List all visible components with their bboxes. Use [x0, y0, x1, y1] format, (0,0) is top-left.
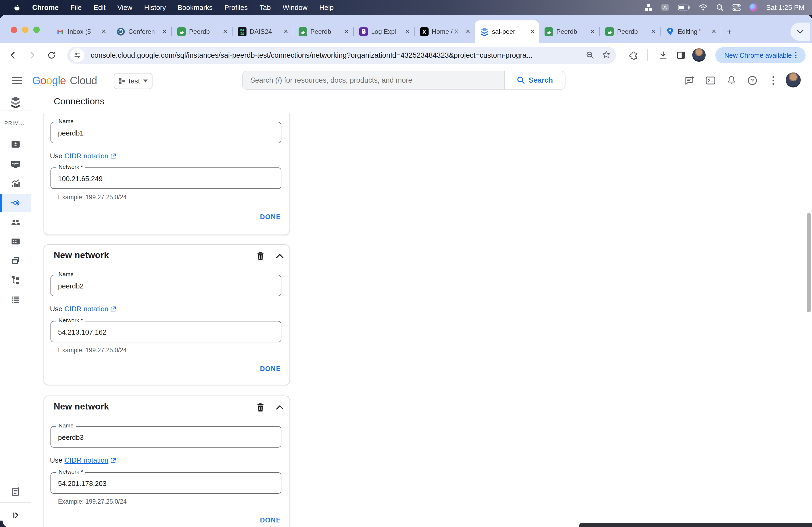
notifications-bell-icon[interactable] — [725, 74, 738, 87]
menu-bookmarks[interactable]: Bookmarks — [172, 0, 218, 15]
sidebar-item-replication[interactable] — [0, 271, 31, 289]
bookmark-star-icon[interactable] — [601, 49, 612, 60]
sidebar-item-connections[interactable] — [0, 194, 31, 212]
tab-dais[interactable]: DAIS DAIS24 ✕ — [233, 20, 293, 43]
wifi-icon[interactable] — [699, 4, 708, 11]
menu-app-name[interactable]: Chrome — [27, 0, 64, 15]
done-button[interactable]: DONE — [260, 365, 281, 373]
zoom-icon[interactable] — [585, 50, 596, 61]
tab-close-icon[interactable]: ✕ — [282, 28, 289, 35]
menu-clock[interactable]: Sat 1:25 PM — [766, 3, 804, 12]
site-settings-icon[interactable] — [70, 48, 84, 62]
tab-log-explorer[interactable]: Log Expl ✕ — [354, 20, 414, 43]
tab-close-icon[interactable]: ✕ — [465, 28, 472, 35]
done-button[interactable]: DONE — [260, 516, 281, 524]
menu-tab[interactable]: Tab — [254, 0, 276, 15]
menu-help[interactable]: Help — [314, 0, 339, 15]
tab-sai-peerdb-active[interactable]: sai-peer ✕ — [475, 20, 539, 43]
tab-close-icon[interactable]: ✕ — [100, 28, 107, 35]
reload-icon[interactable] — [45, 49, 58, 62]
sidebar-item-system-insights[interactable] — [0, 175, 31, 193]
extensions-icon[interactable] — [627, 49, 640, 62]
collapse-card-icon[interactable] — [273, 401, 286, 414]
browser-profile-avatar[interactable] — [692, 48, 706, 62]
tab-peerdb-1[interactable]: Peerdb ✕ — [172, 20, 232, 43]
network-input[interactable] — [51, 321, 281, 342]
tab-close-icon[interactable]: ✕ — [529, 28, 536, 35]
release-notes-button[interactable] — [0, 482, 31, 501]
name-input[interactable] — [51, 275, 281, 296]
tab-close-icon[interactable]: ✕ — [404, 28, 411, 35]
sidebar-item-users[interactable] — [0, 213, 31, 231]
siri-icon[interactable] — [750, 3, 757, 12]
console-search-button[interactable]: Search — [504, 71, 565, 89]
name-input[interactable] — [51, 122, 281, 143]
forward-icon[interactable] — [26, 49, 39, 62]
delete-network-icon[interactable] — [254, 401, 267, 414]
sidebar-item-overview[interactable] — [0, 135, 31, 153]
account-avatar[interactable] — [786, 73, 801, 88]
sidebar-item-observability[interactable] — [0, 155, 31, 174]
console-search-input[interactable] — [243, 76, 504, 85]
tab-x-home[interactable]: X Home / X ✕ — [415, 20, 475, 43]
tab-inbox[interactable]: Inbox (5 ✕ — [50, 20, 111, 43]
address-bar[interactable]: console.cloud.google.com/sql/instances/s… — [67, 47, 616, 64]
tab-close-icon[interactable]: ✕ — [222, 28, 229, 35]
hamburger-menu-icon[interactable] — [11, 74, 24, 87]
spotlight-icon[interactable] — [716, 4, 724, 11]
new-tab-button[interactable]: + — [721, 27, 737, 37]
zoom-window-button[interactable] — [33, 27, 40, 33]
help-icon[interactable]: ? — [746, 74, 759, 87]
project-selector[interactable]: test — [114, 73, 153, 89]
cloud-sql-logo-icon[interactable] — [9, 95, 22, 108]
done-button[interactable]: DONE — [260, 213, 281, 221]
sidebar-item-backups[interactable] — [0, 252, 31, 270]
network-input[interactable] — [51, 168, 281, 189]
cidr-notation-link[interactable]: CIDR notation — [64, 305, 116, 313]
cidr-notation-link[interactable]: CIDR notation — [64, 152, 116, 160]
tab-close-icon[interactable]: ✕ — [589, 28, 596, 35]
tab-editing[interactable]: Editing " ✕ — [661, 20, 721, 43]
menu-window[interactable]: Window — [277, 0, 313, 15]
menu-profiles[interactable]: Profiles — [219, 0, 253, 15]
tab-close-icon[interactable]: ✕ — [161, 28, 168, 35]
scrollbar-thumb[interactable] — [807, 213, 811, 312]
menu-edit[interactable]: Edit — [88, 0, 111, 15]
back-icon[interactable] — [6, 49, 19, 62]
collapse-card-icon[interactable] — [273, 250, 286, 262]
minimize-window-button[interactable] — [22, 27, 28, 33]
tab-peerdb-2[interactable]: Peerdb ✕ — [293, 20, 353, 43]
side-panel-icon[interactable] — [675, 49, 687, 62]
name-input[interactable] — [51, 427, 281, 447]
network-field-label: Network * — [56, 317, 85, 323]
tab-peerdb-4[interactable]: Peerdb ✕ — [600, 20, 660, 43]
battery-icon[interactable] — [678, 4, 690, 11]
display-grid-icon[interactable] — [645, 4, 652, 11]
tab-peerdb-3[interactable]: Peerdb ✕ — [539, 20, 599, 43]
cidr-notation-link[interactable]: CIDR notation — [64, 456, 116, 465]
delete-network-icon[interactable] — [254, 250, 267, 262]
tab-title: Peerdb — [310, 28, 340, 35]
menu-view[interactable]: View — [112, 0, 138, 15]
tab-search-button[interactable] — [791, 22, 810, 41]
menu-history[interactable]: History — [139, 0, 171, 15]
tab-conference[interactable]: Conferen ✕ — [111, 20, 171, 43]
control-center-icon[interactable] — [732, 4, 741, 11]
close-window-button[interactable] — [11, 27, 17, 33]
screen-record-icon[interactable] — [661, 3, 669, 12]
tab-close-icon[interactable]: ✕ — [343, 28, 350, 35]
sidebar-item-databases[interactable] — [0, 232, 31, 251]
downloads-icon[interactable] — [657, 49, 670, 62]
tab-close-icon[interactable]: ✕ — [710, 28, 717, 35]
tab-close-icon[interactable]: ✕ — [650, 28, 657, 35]
network-input[interactable] — [51, 473, 281, 493]
google-cloud-logo[interactable]: Google Cloud — [32, 75, 97, 87]
url-text[interactable]: console.cloud.google.com/sql/instances/s… — [91, 47, 533, 64]
more-options-icon[interactable] — [767, 74, 780, 87]
apple-menu-icon[interactable] — [8, 3, 26, 12]
sidebar-item-operations[interactable] — [0, 290, 31, 308]
menu-file[interactable]: File — [65, 0, 87, 15]
update-chrome-button[interactable]: New Chrome available — [715, 47, 806, 63]
cloud-shell-icon[interactable] — [704, 74, 717, 87]
gemini-feedback-icon[interactable] — [683, 74, 696, 87]
